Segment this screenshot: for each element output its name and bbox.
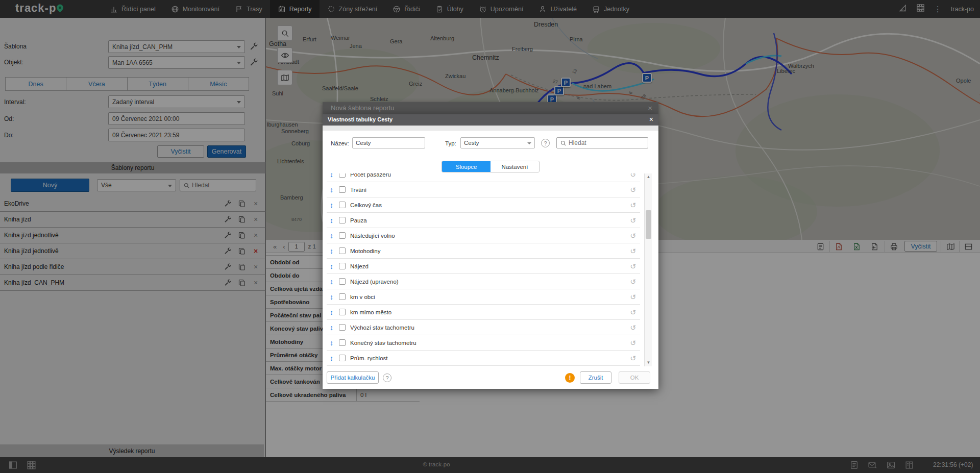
drag-handle-icon[interactable]: ↕ [330,339,338,347]
column-row-pr-m-rychlost: ↕Prům. rychlost↺ [327,351,640,366]
close-icon[interactable]: × [649,115,653,123]
add-calculator-button[interactable]: Přidat kalkulačku [327,371,379,384]
column-checkbox[interactable] [339,278,346,285]
column-checkbox[interactable] [339,339,346,346]
drag-handle-icon[interactable]: ↕ [330,173,338,179]
reset-icon[interactable]: ↺ [630,247,636,255]
reset-icon[interactable]: ↺ [630,339,636,347]
reset-icon[interactable]: ↺ [630,216,636,225]
reset-icon[interactable]: ↺ [630,232,636,240]
type-select[interactable]: Cesty [460,137,535,148]
column-row-celkov-as: ↕Celkový čas↺ [327,197,640,213]
column-row-km-mimo-m-sto: ↕km mimo město↺ [327,305,640,320]
ok-button[interactable]: OK [619,371,650,384]
column-checkbox[interactable] [339,186,346,193]
tab-sloupce[interactable]: Sloupce [442,161,491,172]
column-row-n-sleduj-c-volno: ↕Následující volno↺ [327,228,640,243]
column-checkbox[interactable] [339,355,346,361]
drag-handle-icon[interactable]: ↕ [330,186,338,194]
column-checkbox[interactable] [339,173,346,178]
column-row-motohodiny: ↕Motohodiny↺ [327,243,640,259]
reset-icon[interactable]: ↺ [630,262,636,270]
drag-handle-icon[interactable]: ↕ [330,278,338,286]
column-row-n-jezd: ↕Nájezd↺ [327,259,640,274]
chevron-down-icon [527,142,531,144]
drag-handle-icon[interactable]: ↕ [330,262,338,270]
table-properties-dialog: Vlastnosti tabulky Cesty × Název: Typ: C… [323,114,658,389]
column-checkbox[interactable] [339,202,346,208]
drag-handle-icon[interactable]: ↕ [330,232,338,240]
reset-icon[interactable]: ↺ [630,278,636,286]
reset-icon[interactable]: ↺ [630,201,636,209]
reset-icon[interactable]: ↺ [630,186,636,194]
column-row-v-choz-stav-tachometru: ↕Výchozí stav tachometru↺ [327,320,640,335]
type-label: Typ: [445,140,456,146]
column-search[interactable] [556,137,648,148]
column-row-n-jezd-upraveno: ↕Nájezd (upraveno)↺ [327,274,640,289]
column-checkbox[interactable] [339,309,346,315]
search-icon [557,140,569,146]
column-row-trv-n: ↕Trvání↺ [327,182,640,197]
scroll-down-icon[interactable]: ▼ [645,359,652,366]
column-checkbox[interactable] [339,263,346,269]
column-row-po-et-pasa-er: ↕Počet pasažerů↺ [327,173,640,182]
dialog-tabs: SloupceNastavení [442,161,540,172]
help-icon[interactable]: ? [541,139,550,147]
column-checkbox[interactable] [339,217,346,223]
drag-handle-icon[interactable]: ↕ [330,247,338,255]
reset-icon[interactable]: ↺ [630,323,636,332]
warning-icon: ! [565,373,575,383]
column-row-pauza: ↕Pauza↺ [327,213,640,228]
scroll-up-icon[interactable]: ▲ [645,173,652,181]
column-list: ↕Počet pasažerů↺↕Trvání↺↕Celkový čas↺↕Pa… [323,173,644,366]
column-checkbox[interactable] [339,293,346,300]
reset-icon[interactable]: ↺ [630,354,636,362]
reset-icon[interactable]: ↺ [630,293,636,301]
name-label: Název: [331,140,349,146]
dialog-header: Vlastnosti tabulky Cesty × [323,114,658,126]
column-checkbox[interactable] [339,232,346,239]
drag-handle-icon[interactable]: ↕ [330,323,338,332]
column-search-input[interactable] [569,139,648,146]
column-row-kone-n-stav-tachometru: ↕Konečný stav tachometru↺ [327,335,640,351]
name-input[interactable] [352,137,425,148]
drag-handle-icon[interactable]: ↕ [330,354,338,362]
scrollbar-thumb[interactable] [646,210,651,239]
column-checkbox[interactable] [339,247,346,254]
reset-icon[interactable]: ↺ [630,308,636,316]
column-row-km-v-obci: ↕km v obci↺ [327,289,640,305]
drag-handle-icon[interactable]: ↕ [330,216,338,225]
column-checkbox[interactable] [339,324,346,331]
help-icon[interactable]: ? [383,374,391,382]
tab-nastaven[interactable]: Nastavení [491,161,539,172]
drag-handle-icon[interactable]: ↕ [330,308,338,316]
list-scrollbar[interactable]: ▲ ▼ [644,173,652,366]
dialog-title: Vlastnosti tabulky Cesty [328,116,393,122]
cancel-button[interactable]: Zrušit [580,371,611,384]
drag-handle-icon[interactable]: ↕ [330,201,338,209]
reset-icon[interactable]: ↺ [630,173,636,179]
drag-handle-icon[interactable]: ↕ [330,293,338,301]
